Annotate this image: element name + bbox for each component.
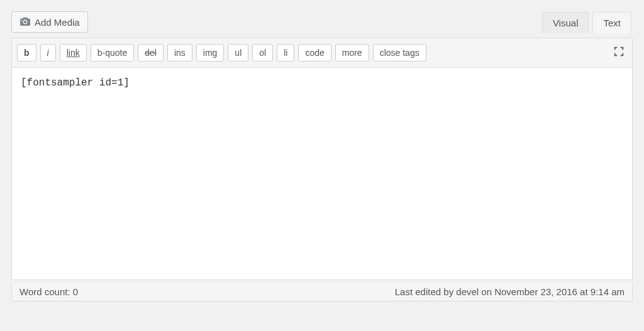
editor-tabs: Visual Text: [538, 11, 631, 33]
tab-visual[interactable]: Visual: [542, 12, 589, 33]
camera-icon: [19, 16, 31, 28]
qt-italic-button[interactable]: i: [40, 44, 56, 62]
word-count: Word count: 0: [19, 286, 78, 297]
qt-bquote-button[interactable]: b-quote: [91, 44, 134, 62]
qt-ins-button[interactable]: ins: [167, 44, 192, 62]
word-count-label: Word count:: [19, 286, 70, 297]
editor-top-row: Add Media Visual Text: [11, 11, 633, 33]
word-count-value: 0: [73, 286, 78, 297]
qt-li-button[interactable]: li: [277, 44, 294, 62]
last-edited: Last edited by devel on November 23, 201…: [395, 286, 625, 297]
editor-container: Add Media Visual Text b i link b-quote d…: [11, 11, 633, 301]
add-media-button[interactable]: Add Media: [11, 11, 88, 33]
qt-ol-button[interactable]: ol: [252, 44, 273, 62]
quicktags-buttons: b i link b-quote del ins img ul ol li co…: [17, 44, 426, 62]
qt-more-button[interactable]: more: [335, 44, 369, 62]
qt-img-button[interactable]: img: [196, 44, 225, 62]
qt-del-button[interactable]: del: [138, 44, 164, 62]
qt-close-tags-button[interactable]: close tags: [373, 44, 426, 62]
qt-bold-button[interactable]: b: [17, 44, 36, 62]
qt-ul-button[interactable]: ul: [228, 44, 248, 62]
content-textarea[interactable]: [11, 68, 633, 280]
fullscreen-button[interactable]: [611, 43, 627, 62]
add-media-label: Add Media: [35, 18, 80, 27]
status-bar: Word count: 0 Last edited by devel on No…: [11, 283, 633, 301]
fullscreen-icon: [613, 46, 625, 60]
qt-code-button[interactable]: code: [298, 44, 331, 62]
quicktags-toolbar: b i link b-quote del ins img ul ol li co…: [11, 38, 633, 68]
tab-text[interactable]: Text: [592, 12, 631, 33]
qt-link-button[interactable]: link: [60, 44, 87, 62]
svg-point-0: [21, 20, 22, 21]
